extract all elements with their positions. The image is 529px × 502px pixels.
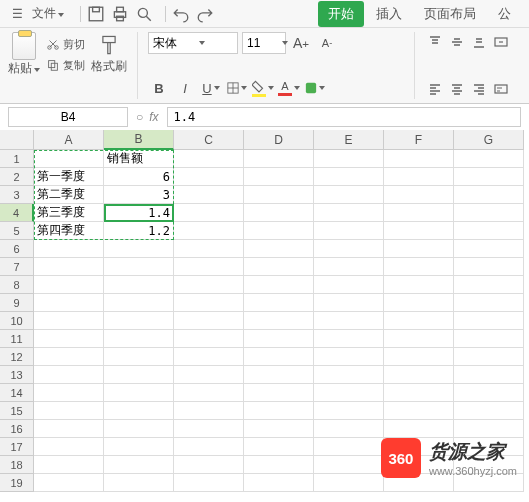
cell[interactable] [34,312,104,330]
cell[interactable] [104,366,174,384]
cell[interactable] [174,204,244,222]
cell[interactable] [384,420,454,438]
undo-icon[interactable] [172,5,190,23]
cell[interactable]: 销售额 [104,150,174,168]
cell[interactable] [174,348,244,366]
copy-button[interactable]: 复制 [44,57,87,74]
cell[interactable] [314,222,384,240]
cell[interactable] [34,150,104,168]
cell[interactable] [244,348,314,366]
cell[interactable] [104,420,174,438]
cell[interactable] [174,186,244,204]
font-size-select[interactable]: 11 [242,32,286,54]
cell[interactable] [174,312,244,330]
cell[interactable] [244,150,314,168]
cell[interactable] [174,258,244,276]
col-header[interactable]: A [34,130,104,150]
cell[interactable] [174,474,244,492]
cell[interactable] [104,294,174,312]
cell[interactable] [104,348,174,366]
cell[interactable] [244,402,314,420]
row-header[interactable]: 17 [0,438,34,456]
print-icon[interactable] [111,5,129,23]
cell[interactable] [454,222,524,240]
cell[interactable] [244,276,314,294]
cancel-icon[interactable]: ○ [136,110,143,124]
file-menu[interactable]: 文件 [32,5,64,22]
cell[interactable] [104,240,174,258]
cell[interactable] [174,384,244,402]
cell[interactable] [34,276,104,294]
cell[interactable] [34,438,104,456]
cell[interactable] [244,312,314,330]
cell[interactable] [244,294,314,312]
row-header[interactable]: 16 [0,420,34,438]
cell[interactable]: 第二季度 [34,186,104,204]
cut-button[interactable]: 剪切 [44,36,87,53]
cell[interactable] [314,294,384,312]
align-top-icon[interactable] [425,32,445,52]
paste-button[interactable]: 粘贴 [8,32,40,77]
cell[interactable] [314,348,384,366]
cell[interactable] [244,330,314,348]
cell[interactable] [174,240,244,258]
row-header[interactable]: 18 [0,456,34,474]
cell[interactable]: 第三季度 [34,204,104,222]
cell[interactable] [104,384,174,402]
cell[interactable] [34,384,104,402]
cell[interactable] [454,276,524,294]
cell[interactable] [454,204,524,222]
cell[interactable] [384,204,454,222]
cell[interactable] [314,258,384,276]
cell[interactable]: 1.2 [104,222,174,240]
cell[interactable] [174,294,244,312]
cell[interactable] [104,276,174,294]
cell[interactable] [174,402,244,420]
row-header[interactable]: 14 [0,384,34,402]
cell[interactable] [244,474,314,492]
cell[interactable] [454,168,524,186]
align-right-icon[interactable] [469,79,489,99]
tab-layout[interactable]: 页面布局 [414,1,486,27]
cell[interactable] [314,402,384,420]
cell[interactable] [34,366,104,384]
wrap-icon[interactable] [491,79,511,99]
row-header[interactable]: 13 [0,366,34,384]
cell[interactable] [384,402,454,420]
cell[interactable] [314,384,384,402]
cell[interactable] [384,186,454,204]
cell[interactable] [174,456,244,474]
italic-button[interactable]: I [174,77,196,99]
row-header[interactable]: 6 [0,240,34,258]
cell[interactable] [34,240,104,258]
cell[interactable] [314,456,384,474]
cell[interactable] [454,294,524,312]
cell[interactable] [384,168,454,186]
col-header[interactable]: B [104,130,174,150]
cell[interactable] [104,330,174,348]
col-header[interactable]: F [384,130,454,150]
cell[interactable] [244,420,314,438]
style-button[interactable] [304,77,326,99]
formula-bar[interactable]: 1.4 [167,107,521,127]
menu-icon[interactable]: ☰ [8,5,26,23]
cell[interactable] [104,438,174,456]
row-header[interactable]: 11 [0,330,34,348]
cell[interactable] [244,204,314,222]
fill-color-button[interactable] [252,77,274,99]
row-header[interactable]: 10 [0,312,34,330]
cell[interactable] [314,276,384,294]
cell[interactable]: 3 [104,186,174,204]
cell[interactable] [174,150,244,168]
cell[interactable] [244,366,314,384]
preview-icon[interactable] [135,5,153,23]
save-icon[interactable] [87,5,105,23]
cell[interactable] [104,456,174,474]
cell[interactable] [314,312,384,330]
cell[interactable] [454,366,524,384]
cell[interactable] [104,474,174,492]
bold-button[interactable]: B [148,77,170,99]
cell[interactable]: 1.4 [104,204,174,222]
cell[interactable] [314,438,384,456]
cell[interactable] [34,474,104,492]
